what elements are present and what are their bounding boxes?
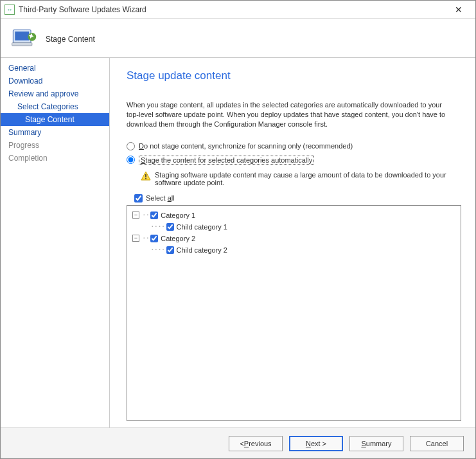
tree-label-cat2: Category 2	[161, 235, 195, 242]
nav-progress: Progress	[1, 139, 109, 152]
svg-rect-4	[145, 174, 146, 177]
radio-stage-auto[interactable]: Stage the content for selected categorie…	[127, 156, 461, 165]
tree-node-child1[interactable]: ···· Child category 1	[150, 221, 455, 233]
wizard-content: Stage update content When you stage cont…	[110, 58, 475, 428]
tree-checkbox-cat1[interactable]	[150, 212, 158, 219]
tree-node-cat1[interactable]: − ·· Category 1	[132, 210, 455, 221]
tree-checkbox-child1[interactable]	[166, 223, 174, 231]
cancel-button[interactable]: Cancel	[410, 436, 464, 451]
app-icon: ↔	[4, 4, 15, 15]
tree-connector: ··	[142, 211, 149, 219]
collapse-icon[interactable]: −	[132, 235, 139, 242]
radio-stage-auto-label: Stage the content for selected categorie…	[139, 156, 314, 165]
radio-do-not-stage[interactable]: Do not stage content, synchronize for sc…	[127, 142, 461, 150]
next-button[interactable]: Next >	[289, 436, 343, 451]
previous-button[interactable]: < Previous	[229, 436, 283, 451]
tree-checkbox-child2[interactable]	[166, 246, 174, 254]
warning-text: Staging software update content may caus…	[155, 171, 455, 186]
tree-connector: ····	[150, 246, 165, 254]
nav-review-approve[interactable]: Review and approve	[1, 87, 109, 100]
summary-button[interactable]: Summary	[349, 436, 403, 451]
radio-do-not-stage-input[interactable]	[127, 142, 135, 150]
nav-select-categories[interactable]: Select Categories	[1, 100, 109, 113]
page-title: Stage update content	[127, 69, 461, 82]
svg-rect-5	[145, 178, 146, 179]
tree-node-cat2[interactable]: − ·· Category 2	[132, 233, 455, 244]
tree-label-child2: Child category 2	[177, 246, 228, 254]
tree-label-child1: Child category 1	[177, 223, 228, 231]
nav-download[interactable]: Download	[1, 75, 109, 87]
nav-general[interactable]: General	[1, 62, 109, 75]
wizard-body: General Download Review and approve Sele…	[1, 57, 475, 428]
warning-row: Staging software update content may caus…	[141, 171, 455, 186]
select-all-checkbox[interactable]	[134, 194, 143, 203]
header-label: Stage Content	[46, 35, 95, 44]
svg-rect-1	[15, 32, 29, 40]
svg-rect-2	[12, 43, 32, 46]
wizard-sidebar: General Download Review and approve Sele…	[1, 58, 110, 428]
wizard-footer: < Previous Next > Summary Cancel	[1, 428, 475, 458]
title-bar: ↔ Third-Party Software Updates Wizard ✕	[1, 1, 475, 19]
tree-checkbox-cat2[interactable]	[150, 235, 158, 242]
tree-connector: ··	[142, 234, 149, 242]
window-title: Third-Party Software Updates Wizard	[19, 5, 446, 14]
nav-summary[interactable]: Summary	[1, 126, 109, 139]
tree-connector: ····	[150, 222, 165, 231]
close-button[interactable]: ✕	[446, 1, 472, 19]
select-all-row[interactable]: Select all	[134, 194, 461, 203]
select-all-label: Select all	[146, 194, 175, 202]
collapse-icon[interactable]: −	[132, 212, 139, 219]
tree-label-cat1: Category 1	[161, 212, 195, 219]
warning-icon	[141, 171, 151, 181]
category-tree[interactable]: − ·· Category 1 ···· Child category 1 − …	[127, 205, 461, 421]
radio-do-not-stage-label: Do not stage content, synchronize for sc…	[139, 142, 353, 150]
intro-text: When you stage content, all updates in t…	[127, 100, 454, 129]
nav-stage-content[interactable]: Stage Content	[1, 113, 109, 126]
tree-node-child2[interactable]: ···· Child category 2	[150, 244, 455, 256]
wizard-header: Stage Content	[1, 19, 475, 57]
radio-stage-auto-input[interactable]	[127, 156, 135, 164]
nav-completion: Completion	[1, 152, 109, 165]
computer-icon	[10, 25, 38, 53]
